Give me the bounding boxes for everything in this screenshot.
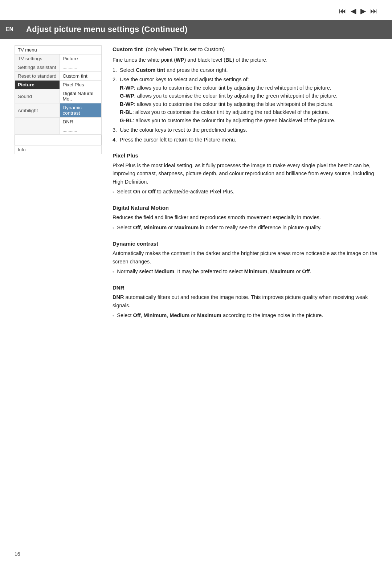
bullet-dot-icon-2: ◦ <box>113 225 114 231</box>
bullet-dot-icon-3: ◦ <box>113 268 114 275</box>
custom-tint-steps: 1. Select Custom tint and press the curs… <box>113 66 377 144</box>
language-badge: EN <box>0 20 19 39</box>
menu-info-label: Info <box>15 145 102 154</box>
step-4: 4. Press the cursor left to return to th… <box>113 136 377 144</box>
main-content: TV menu TV settings Picture Settings ass… <box>15 45 377 544</box>
menu-row-tv-settings: TV settings Picture <box>15 54 102 63</box>
dynamic-contrast-section: Dynamic contrast Automatically makes the… <box>113 240 377 276</box>
pixel-plus-heading: Pixel Plus <box>113 152 377 160</box>
step-1: 1. Select Custom tint and press the curs… <box>113 66 377 74</box>
nav-prev-button[interactable]: ◀ <box>351 7 356 15</box>
left-menu-panel: TV menu TV settings Picture Settings ass… <box>15 45 102 544</box>
menu-label-empty2 <box>15 126 60 135</box>
menu-info-row: Info <box>15 145 102 154</box>
menu-row-dnr: DNR <box>15 118 102 126</box>
digital-natural-motion-bullet: ◦ Select Off, Minimum or Maximum in orde… <box>113 224 377 232</box>
menu-label-ambilight: Ambilight <box>15 103 60 118</box>
menu-label-reset: Reset to standard <box>15 72 60 81</box>
menu-value-pixel-plus: Pixel Plus <box>60 81 101 89</box>
nav-last-button[interactable]: ⏭ <box>370 7 377 15</box>
dnr-body: DNR automatically filters out and reduce… <box>113 293 377 309</box>
menu-row-reset: Reset to standard Custom tint <box>15 72 102 81</box>
step-2: 2. Use the cursor keys to select and adj… <box>113 75 377 124</box>
right-content-panel: Custom tint (only when Tint is set to Cu… <box>113 45 377 544</box>
tv-menu-header: TV menu <box>15 46 102 54</box>
dnr-heading: DNR <box>113 284 377 292</box>
menu-value-custom-tint: Custom tint <box>60 72 101 81</box>
menu-value-dots2: ............ <box>60 126 101 135</box>
custom-tint-heading: Custom tint (only when Tint is set to Cu… <box>113 45 377 54</box>
menu-value-dnr: DNR <box>60 118 101 126</box>
title-bar: EN Adjust picture menu settings (Continu… <box>0 20 392 39</box>
dynamic-contrast-bullet: ◦ Normally select Medium. It may be pref… <box>113 268 377 276</box>
custom-tint-section: Custom tint (only when Tint is set to Cu… <box>113 45 377 144</box>
bullet-dot-icon: ◦ <box>113 189 114 195</box>
dynamic-contrast-body: Automatically makes the contrast in the … <box>113 249 377 266</box>
dynamic-contrast-heading: Dynamic contrast <box>113 240 377 248</box>
dnr-section: DNR DNR automatically filters out and re… <box>113 284 377 320</box>
menu-label-tv-settings: TV settings <box>15 54 60 63</box>
page-number: 16 <box>15 551 20 557</box>
menu-row-ambilight: Ambilight Dynamic contrast <box>15 103 102 118</box>
pixel-plus-bullet: ◦ Select On or Off to activate/de-activa… <box>113 188 377 196</box>
digital-natural-motion-heading: Digital Natural Motion <box>113 204 377 212</box>
menu-value-dynamic-contrast: Dynamic contrast <box>60 103 101 118</box>
menu-row-sound: Sound Digital Natural Mo.. <box>15 89 102 103</box>
bullet-dot-icon-4: ◦ <box>113 312 114 319</box>
tv-menu-table: TV menu TV settings Picture Settings ass… <box>15 45 102 154</box>
page-title: Adjust picture menu settings (Continued) <box>19 20 392 39</box>
dnr-bullet: ◦ Select Off, Minimum, Medium or Maximum… <box>113 312 377 320</box>
menu-row-settings-assistant: Settings assistant ............ <box>15 63 102 72</box>
step-3: 3. Use the colour keys to reset to the p… <box>113 126 377 134</box>
digital-natural-motion-section: Digital Natural Motion Reduces the field… <box>113 204 377 232</box>
menu-label-picture: Picture <box>15 81 60 89</box>
pixel-plus-section: Pixel Plus Pixel Plus is the most ideal … <box>113 152 377 196</box>
menu-label-empty1 <box>15 118 60 126</box>
digital-natural-motion-body: Reduces the field and line flicker and r… <box>113 213 377 221</box>
menu-row-dots2: ............ <box>15 126 102 135</box>
nav-next-button[interactable]: ▶ <box>360 7 366 15</box>
nav-first-button[interactable]: ⏮ <box>339 7 346 15</box>
menu-spacer-row <box>15 135 102 145</box>
pixel-plus-body: Pixel Plus is the most ideal setting, as… <box>113 161 377 186</box>
menu-value-picture: Picture <box>60 54 101 63</box>
menu-label-sound: Sound <box>15 89 60 103</box>
top-navigation: ⏮ ◀ ▶ ⏭ <box>339 7 377 15</box>
menu-value-digital-natural: Digital Natural Mo.. <box>60 89 101 103</box>
custom-tint-intro: Fine tunes the white point (WP) and blac… <box>113 56 377 64</box>
menu-header-row: TV menu <box>15 46 102 54</box>
menu-row-picture[interactable]: Picture Pixel Plus <box>15 81 102 89</box>
menu-value-dots1: ............ <box>60 63 101 72</box>
menu-label-settings-assistant: Settings assistant <box>15 63 60 72</box>
